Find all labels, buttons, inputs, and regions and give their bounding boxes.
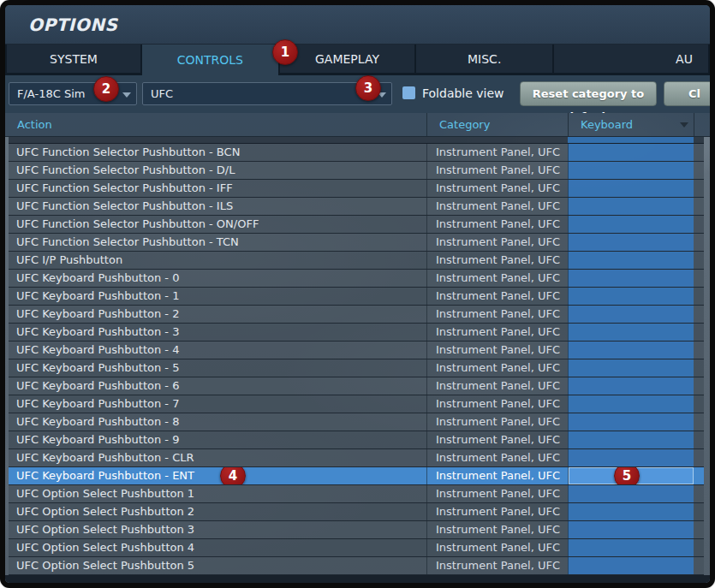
keyboard-cell[interactable] [568,288,694,305]
action-label: UFC Keyboard Pushbutton - 7 [16,397,179,410]
category-cell: Instrument Panel, UFC [426,144,568,161]
tab-system[interactable]: SYSTEM [7,45,140,73]
action-cell[interactable]: UFC Function Selector Pushbutton - ILS [9,198,426,215]
table-row[interactable]: UFC Keyboard Pushbutton - 9 Instrument P… [9,431,704,449]
category-label: Instrument Panel, UFC [436,146,560,158]
action-cell[interactable]: UFC Option Select Pushbutton 2 [9,503,426,520]
keyboard-cell[interactable] [568,539,694,556]
keyboard-cell[interactable] [568,252,694,269]
category-cell: Instrument Panel, UFC [426,216,568,233]
table-row[interactable]: UFC Keyboard Pushbutton - 4 Instrument P… [9,342,704,359]
keyboard-cell[interactable] [568,377,694,395]
action-cell[interactable]: UFC Keyboard Pushbutton - 8 [9,413,426,431]
keyboard-cell[interactable] [568,395,694,413]
table-row[interactable]: UFC Keyboard Pushbutton - 2 Instrument P… [9,306,704,324]
category-label: Instrument Panel, UFC [436,199,560,212]
table-row[interactable]: UFC I/P Pushbutton Instrument Panel, UFC [9,252,704,270]
keyboard-cell[interactable] [568,503,694,520]
keyboard-cell[interactable] [568,198,694,215]
action-cell[interactable]: UFC Option Select Pushbutton 5 [9,557,426,574]
keyboard-cell[interactable] [568,324,694,341]
keyboard-cell[interactable] [568,216,694,233]
action-cell[interactable]: UFC I/P Pushbutton [9,252,426,269]
keyboard-filter-icon[interactable] [680,122,688,128]
keyboard-cell[interactable] [568,359,694,377]
action-cell[interactable]: UFC Function Selector Pushbutton - D/L [9,162,426,179]
category-label: Instrument Panel, UFC [436,451,560,464]
tab-audio[interactable]: AU [554,45,708,73]
keyboard-cell[interactable] [568,144,694,161]
keyboard-cell[interactable] [568,431,694,448]
action-cell[interactable]: UFC Keyboard Pushbutton - CLR [9,449,426,466]
category-cell: Instrument Panel, UFC [426,377,568,395]
table-row[interactable]: UFC Keyboard Pushbutton - 3 Instrument P… [9,324,704,342]
table-row[interactable]: UFC Function Selector Pushbutton - TCN I… [9,234,704,252]
keyboard-cell[interactable] [568,162,694,179]
table-row[interactable]: UFC Option Select Pushbutton 3 Instrumen… [9,521,704,539]
category-cell: Instrument Panel, UFC [426,449,568,466]
action-cell[interactable]: UFC Function Selector Pushbutton - ON/OF… [9,216,426,233]
annotation-badge-2: 2 [93,76,119,102]
action-cell[interactable]: UFC Keyboard Pushbutton - 6 [9,377,426,395]
table-row[interactable]: UFC Option Select Pushbutton 4 Instrumen… [9,539,704,557]
table-row[interactable]: UFC Function Selector Pushbutton - ON/OF… [9,216,704,234]
action-cell[interactable]: UFC Function Selector Pushbutton - BCN [9,144,426,161]
table-row[interactable]: UFC Keyboard Pushbutton - 1 Instrument P… [9,288,704,306]
table-row[interactable]: UFC Function Selector Pushbutton - IFF I… [9,180,704,198]
action-label: UFC I/P Pushbutton [16,253,122,266]
keyboard-cell[interactable] [568,557,694,574]
table-row[interactable]: UFC Keyboard Pushbutton - 7 Instrument P… [9,395,704,413]
table-row[interactable]: UFC Keyboard Pushbutton - ENT 4 Instrume… [9,467,704,485]
table-row[interactable]: UFC Option Select Pushbutton 5 Instrumen… [9,557,704,575]
table-row[interactable]: UFC Function Selector Pushbutton - BCN I… [9,144,704,162]
keyboard-cell[interactable] [568,234,694,251]
keyboard-cell[interactable]: 5 [568,467,694,484]
annotation-badge-4: 4 [220,467,246,484]
action-cell[interactable]: UFC Keyboard Pushbutton - 2 [9,306,426,323]
action-cell[interactable]: UFC Option Select Pushbutton 1 [9,485,426,502]
table-row[interactable]: UFC Keyboard Pushbutton - 0 Instrument P… [9,270,704,288]
table-row[interactable]: UFC Function Selector Pushbutton - ILS I… [9,198,704,216]
reset-category-button[interactable]: Reset category to default [520,81,657,106]
table-row[interactable]: UFC Keyboard Pushbutton - CLR Instrument… [9,449,704,467]
table-row[interactable]: UFC Keyboard Pushbutton - 6 Instrument P… [9,377,704,395]
table-row[interactable]: UFC Keyboard Pushbutton - 8 Instrument P… [9,413,704,431]
tab-misc[interactable]: MISC. [416,45,552,73]
action-cell[interactable]: UFC Option Select Pushbutton 3 [9,521,426,538]
action-label: UFC Keyboard Pushbutton - 8 [16,415,179,428]
foldable-view-checkbox[interactable] [402,86,415,99]
column-divider [694,113,694,136]
keyboard-cell[interactable] [568,342,694,359]
column-header-action[interactable]: Action [17,118,52,131]
table-row[interactable]: UFC Option Select Pushbutton 2 Instrumen… [9,503,704,521]
tab-controls[interactable]: CONTROLS [142,45,278,75]
action-cell[interactable]: UFC Option Select Pushbutton 4 [9,539,426,556]
category-cell: Instrument Panel, UFC [426,557,568,574]
category-cell: Instrument Panel, UFC [426,306,568,323]
action-cell[interactable]: UFC Keyboard Pushbutton - 9 [9,431,426,448]
action-cell[interactable]: UFC Function Selector Pushbutton - IFF [9,180,426,197]
clear-category-button[interactable]: Cl [664,81,715,106]
column-header-keyboard[interactable]: Keyboard [581,118,633,131]
column-header-category[interactable]: Category [439,118,490,131]
action-cell[interactable]: UFC Keyboard Pushbutton - 1 [9,288,426,305]
action-cell[interactable]: UFC Function Selector Pushbutton - TCN [9,234,426,251]
keyboard-cell[interactable] [568,180,694,197]
table-row[interactable]: UFC Option Select Pushbutton 1 Instrumen… [9,485,704,503]
action-cell[interactable]: UFC Keyboard Pushbutton - 3 [9,324,426,341]
keyboard-cell[interactable] [568,413,694,431]
keyboard-cell[interactable] [568,449,694,466]
action-cell[interactable]: UFC Keyboard Pushbutton - ENT 4 [9,467,426,484]
tab-gameplay[interactable]: GAMEPLAY [280,45,415,73]
action-cell[interactable]: UFC Keyboard Pushbutton - 5 [9,359,426,377]
action-label: UFC Option Select Pushbutton 3 [16,523,194,536]
table-row[interactable]: UFC Function Selector Pushbutton - D/L I… [9,162,704,180]
keyboard-cell[interactable] [568,521,694,538]
action-cell[interactable]: UFC Keyboard Pushbutton - 7 [9,395,426,413]
keyboard-cell[interactable] [568,270,694,287]
action-cell[interactable]: UFC Keyboard Pushbutton - 4 [9,342,426,359]
keyboard-cell[interactable] [568,485,694,502]
action-cell[interactable]: UFC Keyboard Pushbutton - 0 [9,270,426,287]
table-row[interactable]: UFC Keyboard Pushbutton - 5 Instrument P… [9,359,704,377]
keyboard-cell[interactable] [568,306,694,323]
